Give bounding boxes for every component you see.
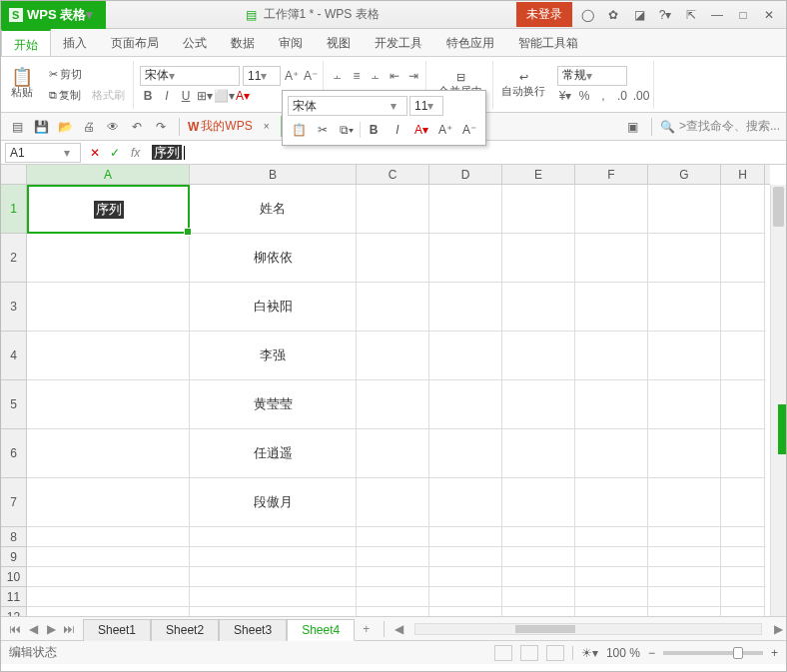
accept-edit-icon[interactable]: ✓	[105, 143, 125, 163]
mini-cut-icon[interactable]: ✂	[312, 120, 334, 140]
cell-A10[interactable]	[27, 567, 190, 587]
cell-B8[interactable]	[190, 527, 357, 547]
underline-button[interactable]: U	[178, 88, 194, 104]
font-size-select[interactable]: 11▾	[243, 66, 281, 86]
cell-C8[interactable]	[357, 527, 429, 547]
percent-icon[interactable]: %	[576, 88, 592, 104]
vertical-scrollbar[interactable]	[770, 185, 786, 616]
decimal-increase-icon[interactable]: .0	[614, 88, 630, 104]
cell-B11[interactable]	[190, 587, 357, 607]
cell-E5[interactable]	[502, 380, 575, 429]
view-normal-icon[interactable]	[494, 645, 512, 661]
mini-bold-icon[interactable]: B	[363, 120, 385, 140]
cell-H8[interactable]	[721, 527, 765, 547]
comma-icon[interactable]: ,	[595, 88, 611, 104]
cell-F7[interactable]	[575, 478, 648, 527]
row-header-4[interactable]: 4	[1, 332, 26, 380]
view-pagebreak-icon[interactable]	[520, 645, 538, 661]
cell-G5[interactable]	[648, 380, 721, 429]
sheet-tab-sheet2[interactable]: Sheet2	[151, 619, 219, 641]
cell-A4[interactable]	[27, 332, 190, 380]
font-name-select[interactable]: 宋体▾	[140, 66, 240, 86]
hscroll-left-icon[interactable]: ◀	[391, 622, 406, 636]
mini-font-size[interactable]: 11▾	[409, 96, 443, 116]
font-color-button[interactable]: A▾	[235, 88, 251, 104]
cell-E10[interactable]	[502, 567, 575, 587]
cell-E9[interactable]	[502, 547, 575, 567]
tab-start[interactable]: 开始	[1, 29, 51, 56]
indent-decrease-icon[interactable]: ⇤	[387, 68, 402, 84]
cell-H5[interactable]	[721, 380, 765, 429]
tab-view[interactable]: 视图	[315, 29, 363, 56]
row-header-12[interactable]: 12	[1, 607, 26, 616]
formula-input[interactable]: 序列	[146, 144, 786, 162]
skin-icon[interactable]: ◪	[628, 5, 650, 25]
cell-F10[interactable]	[575, 567, 648, 587]
add-sheet-button[interactable]: +	[355, 619, 378, 639]
cell-H12[interactable]	[721, 607, 765, 616]
cell-B7[interactable]: 段傲月	[190, 478, 357, 527]
close-button[interactable]: ✕	[758, 5, 780, 25]
mini-fontcolor-icon[interactable]: A▾	[410, 120, 432, 140]
column-header-H[interactable]: H	[721, 165, 765, 184]
cell-C12[interactable]	[357, 607, 429, 616]
app-menu-dropdown-icon[interactable]: ▾	[86, 7, 98, 22]
copy-button[interactable]: ⧉复制	[45, 86, 85, 105]
brightness-icon[interactable]: ☀▾	[581, 646, 598, 660]
cell-B4[interactable]: 李强	[190, 332, 357, 380]
tab-review[interactable]: 审阅	[267, 29, 315, 56]
fill-color-button[interactable]: ⬜▾	[216, 88, 232, 104]
cell-D8[interactable]	[429, 527, 502, 547]
cancel-edit-icon[interactable]: ✕	[85, 143, 105, 163]
mini-superscript-icon[interactable]: A⁺	[434, 120, 456, 140]
name-box[interactable]: A1▾	[5, 143, 81, 163]
cell-F12[interactable]	[575, 607, 648, 616]
ribbon-toggle-icon[interactable]: ⇱	[680, 5, 702, 25]
cell-H11[interactable]	[721, 587, 765, 607]
login-button[interactable]: 未登录	[516, 2, 572, 27]
bold-button[interactable]: B	[140, 88, 156, 104]
cell-D9[interactable]	[429, 547, 502, 567]
cell-B12[interactable]	[190, 607, 357, 616]
cell-D12[interactable]	[429, 607, 502, 616]
horizontal-scrollbar[interactable]	[414, 623, 762, 635]
side-panel-handle[interactable]	[778, 404, 786, 454]
increase-font-icon[interactable]: A⁺	[284, 68, 300, 84]
number-format-select[interactable]: 常规▾	[557, 66, 627, 86]
cell-E4[interactable]	[502, 332, 575, 380]
cell-E6[interactable]	[502, 429, 575, 478]
cell-D1[interactable]	[429, 185, 502, 234]
column-header-C[interactable]: C	[357, 165, 429, 184]
maximize-button[interactable]: □	[732, 5, 754, 25]
cell-G3[interactable]	[648, 283, 721, 332]
cell-B5[interactable]: 黄莹莹	[190, 380, 357, 429]
column-header-F[interactable]: F	[575, 165, 648, 184]
cell-E2[interactable]	[502, 234, 575, 283]
cell-E11[interactable]	[502, 587, 575, 607]
border-button[interactable]: ⊞▾	[197, 88, 213, 104]
cell-B1[interactable]: 姓名	[190, 185, 357, 234]
select-all-corner[interactable]	[1, 165, 27, 185]
view-reading-icon[interactable]	[546, 645, 564, 661]
italic-button[interactable]: I	[159, 88, 175, 104]
cell-D11[interactable]	[429, 587, 502, 607]
my-wps-link[interactable]: W我的WPS	[188, 118, 253, 135]
cell-F6[interactable]	[575, 429, 648, 478]
cell-F9[interactable]	[575, 547, 648, 567]
tab-pagelayout[interactable]: 页面布局	[99, 29, 171, 56]
column-header-B[interactable]: B	[190, 165, 357, 184]
cell-G4[interactable]	[648, 332, 721, 380]
cell-C4[interactable]	[357, 332, 429, 380]
cell-B10[interactable]	[190, 567, 357, 587]
sheet-tab-sheet4[interactable]: Sheet4	[287, 619, 355, 641]
cell-G8[interactable]	[648, 527, 721, 547]
sheet-next-icon[interactable]: ▶	[43, 622, 59, 636]
cell-C2[interactable]	[357, 234, 429, 283]
cell-G10[interactable]	[648, 567, 721, 587]
cell-H6[interactable]	[721, 429, 765, 478]
tab-special[interactable]: 特色应用	[434, 29, 506, 56]
cell-G7[interactable]	[648, 478, 721, 527]
cell-A7[interactable]	[27, 478, 190, 527]
zoom-in-button[interactable]: +	[771, 646, 778, 660]
cell-D5[interactable]	[429, 380, 502, 429]
